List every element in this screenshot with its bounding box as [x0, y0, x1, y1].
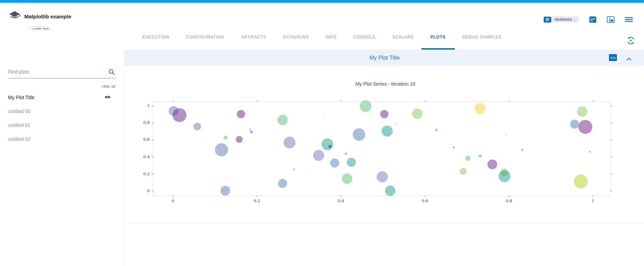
tab-scalars[interactable]: SCALARS — [392, 29, 414, 50]
search-icon[interactable] — [108, 69, 115, 75]
scatter-point — [224, 136, 228, 140]
tab-artifacts[interactable]: ARTIFACTS — [241, 29, 266, 50]
y-tick-label: 0 — [136, 188, 150, 193]
y-tick-label: 0.4 — [136, 154, 150, 159]
x-tick-top — [257, 100, 257, 102]
scatter-point — [353, 128, 365, 141]
refresh-button[interactable] — [626, 36, 635, 45]
scatter-point — [237, 110, 245, 118]
sidebar-plot-item[interactable]: untitled 01 — [0, 118, 124, 132]
experiment-title: Matplotlib example — [24, 14, 71, 19]
y-tick-right — [610, 191, 612, 191]
scatter-point — [385, 186, 395, 196]
collapse-icon[interactable] — [627, 56, 632, 62]
scatter-point — [342, 173, 352, 184]
header-actions: ID d6449e6d ... — [544, 16, 633, 23]
menu-button[interactable] — [625, 17, 633, 22]
scatter-point — [321, 138, 333, 150]
scatter-point — [345, 153, 347, 155]
menu-icon — [625, 17, 633, 22]
status-bar — [0, 0, 644, 3]
details-button[interactable] — [589, 16, 596, 23]
chart-title: My Plot Series - Iteration 10 — [156, 81, 614, 87]
code-icon[interactable]: </> — [609, 54, 617, 61]
scatter-point — [453, 146, 455, 148]
scatter-point — [377, 171, 388, 182]
tab-bar: EXECUTIONCONFIGURATIONARTIFACTSDATAVIEWS… — [0, 29, 644, 50]
y-tick-label: 0.2 — [136, 171, 150, 176]
y-tick-right — [610, 157, 612, 157]
scatter-point — [487, 160, 497, 169]
search-input[interactable] — [8, 69, 116, 78]
scatter-point — [215, 143, 228, 156]
sidebar-plot-item[interactable]: untitled 02 — [0, 132, 124, 146]
scatter-point — [578, 120, 592, 134]
split-view-icon — [607, 16, 614, 23]
scatter-point — [347, 158, 356, 167]
x-tick-label: 0 — [165, 198, 181, 203]
x-tick-top — [593, 100, 593, 102]
experiment-header: Matplotlib example + ADD TAG ID d6449e6d… — [0, 3, 644, 29]
y-tick-right — [610, 106, 612, 106]
scatter-point — [249, 129, 251, 130]
scatter-point — [173, 108, 186, 122]
plot-box[interactable]: 00.20.40.60.8100.20.40.60.81 — [153, 101, 611, 196]
x-tick-label: 0.8 — [501, 198, 517, 203]
scatter-point — [284, 137, 295, 148]
y-tick-right — [610, 140, 612, 140]
plot-search — [8, 69, 116, 78]
scatter-point — [577, 106, 587, 117]
y-tick — [152, 174, 153, 174]
split-view-button[interactable] — [607, 16, 614, 23]
y-tick — [152, 157, 153, 157]
y-tick — [152, 140, 153, 140]
scatter-point — [236, 136, 243, 143]
scatter-point — [475, 103, 486, 114]
refresh-icon — [626, 36, 635, 45]
clearml-logo-icon — [8, 10, 21, 21]
scatter-point — [278, 179, 287, 188]
sidebar-plot-item[interactable]: untitled 00 — [0, 104, 124, 118]
scatter-point — [293, 169, 295, 170]
y-tick-right — [610, 174, 612, 174]
tab-dataviews[interactable]: DATAVIEWS — [283, 29, 309, 50]
x-tick-label: 1 — [585, 198, 601, 203]
y-tick — [152, 123, 153, 123]
scatter-point — [220, 186, 230, 196]
hide-all-link[interactable]: Hide all — [102, 84, 115, 88]
scatter-point — [324, 113, 325, 114]
x-tick-label: 0.4 — [333, 198, 349, 203]
x-tick-top — [509, 100, 509, 102]
tab-info[interactable]: INFO — [326, 29, 337, 50]
plot-card-title: My Plot Title — [125, 50, 644, 66]
id-value: d6449e6d ... — [552, 16, 579, 23]
tab-debug-samples[interactable]: DEBUG SAMPLES — [462, 29, 502, 50]
scatter-point — [395, 123, 396, 125]
tab-console[interactable]: CONSOLE — [353, 29, 376, 50]
scatter-point — [313, 150, 324, 161]
experiment-id[interactable]: ID d6449e6d ... — [544, 16, 579, 23]
sidebar-plot-item[interactable]: My Plot Title — [0, 91, 124, 104]
plots-sidebar: Hide all My Plot Titleuntitled 00untitle… — [0, 50, 125, 266]
scatter-point — [589, 151, 591, 153]
plot-card-header: My Plot Title </> — [125, 50, 644, 66]
tab-configuration[interactable]: CONFIGURATION — [186, 29, 224, 50]
scatter-point — [360, 100, 371, 112]
y-tick — [152, 106, 153, 106]
scatter-point — [435, 129, 438, 131]
scatter-point — [478, 154, 482, 158]
x-tick — [341, 196, 341, 197]
eye-icon[interactable] — [104, 95, 111, 99]
x-tick — [173, 196, 173, 197]
x-tick-top — [173, 100, 173, 102]
scatter-point — [382, 126, 393, 137]
scatter-point — [465, 156, 470, 161]
x-tick — [257, 196, 257, 197]
tab-execution[interactable]: EXECUTION — [142, 29, 169, 50]
scatter-point — [380, 110, 388, 118]
scatter-point — [574, 174, 588, 188]
scatter-point — [328, 145, 332, 148]
scatter-point — [412, 109, 423, 119]
y-tick-label: 0.8 — [136, 120, 150, 125]
tab-plots[interactable]: PLOTS — [430, 29, 446, 50]
